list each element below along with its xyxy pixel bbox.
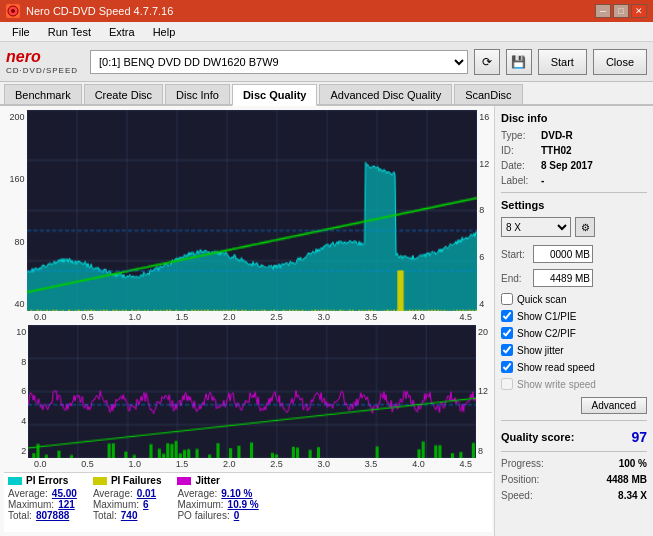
- chart-area: 2001608040 1612864 0.00.51.01.52.02.53.0…: [0, 106, 495, 536]
- speed-select[interactable]: 8 X: [501, 217, 571, 237]
- settings-icon-button[interactable]: ⚙: [575, 217, 595, 237]
- disc-info-title: Disc info: [501, 112, 647, 124]
- pi-failures-label: PI Failures: [111, 475, 162, 486]
- menu-extra[interactable]: Extra: [101, 24, 143, 40]
- legend-pi-errors: PI Errors Average: 45.00 Maximum: 121 To…: [8, 475, 77, 521]
- pi-errors-total: Total: 807888: [8, 510, 77, 521]
- chart-top-y-right: 1612864: [477, 110, 492, 311]
- show-write-speed-row: Show write speed: [501, 378, 647, 390]
- chart-top-x-labels: 0.00.51.01.52.02.53.03.54.04.5: [4, 311, 492, 323]
- advanced-button[interactable]: Advanced: [581, 397, 647, 414]
- show-c2pif-row: Show C2/PIF: [501, 327, 647, 339]
- quality-score-value: 97: [631, 429, 647, 445]
- quality-score-label: Quality score:: [501, 431, 574, 443]
- chart-top-y-left: 2001608040: [4, 110, 27, 311]
- disc-id-value: TTH02: [541, 145, 572, 156]
- divider-2: [501, 420, 647, 421]
- show-read-speed-label: Show read speed: [517, 362, 595, 373]
- disc-type-value: DVD-R: [541, 130, 573, 141]
- show-read-speed-checkbox[interactable]: [501, 361, 513, 373]
- pi-failures-maximum: Maximum: 6: [93, 499, 162, 510]
- show-c1pie-label: Show C1/PIE: [517, 311, 576, 322]
- pi-errors-average: Average: 45.00: [8, 488, 77, 499]
- legend-pi-failures: PI Failures Average: 0.01 Maximum: 6 Tot…: [93, 475, 162, 521]
- show-c1pie-row: Show C1/PIE: [501, 310, 647, 322]
- chart-top-canvas: [27, 110, 478, 311]
- settings-speed-row: 8 X ⚙: [501, 217, 647, 237]
- legend-jitter: Jitter Average: 9.10 % Maximum: 10.9 % P…: [177, 475, 258, 521]
- show-write-speed-label: Show write speed: [517, 379, 596, 390]
- end-mb-label: End:: [501, 273, 529, 284]
- position-row: Position: 4488 MB: [501, 474, 647, 485]
- tab-bar: Benchmark Create Disc Disc Info Disc Qua…: [0, 82, 653, 106]
- toolbar: nero CD·DVD/SPEED [0:1] BENQ DVD DD DW16…: [0, 42, 653, 82]
- menu-help[interactable]: Help: [145, 24, 184, 40]
- tab-disc-info[interactable]: Disc Info: [165, 84, 230, 104]
- svg-point-1: [11, 9, 15, 13]
- save-button[interactable]: 💾: [506, 49, 532, 75]
- progress-row: Progress: 100 %: [501, 458, 647, 469]
- menu-file[interactable]: File: [4, 24, 38, 40]
- chart-bottom-x-labels: 0.00.51.01.52.02.53.03.54.04.5: [4, 458, 492, 470]
- minimize-button[interactable]: ─: [595, 4, 611, 18]
- speed-value: 8.34 X: [618, 490, 647, 501]
- start-mb-input[interactable]: 0000 MB: [533, 245, 593, 263]
- disc-date-label: Date:: [501, 160, 537, 171]
- app-title: Nero CD-DVD Speed 4.7.7.16: [26, 5, 173, 17]
- end-mb-input[interactable]: [533, 269, 593, 287]
- show-write-speed-checkbox[interactable]: [501, 378, 513, 390]
- pi-errors-maximum: Maximum: 121: [8, 499, 77, 510]
- start-mb-label: Start:: [501, 249, 529, 260]
- jitter-color: [177, 477, 191, 485]
- start-button[interactable]: Start: [538, 49, 587, 75]
- chart-bottom-canvas: [28, 325, 476, 458]
- show-c2pif-checkbox[interactable]: [501, 327, 513, 339]
- speed-label: Speed:: [501, 490, 533, 501]
- disc-type-label: Type:: [501, 130, 537, 141]
- start-mb-row: Start: 0000 MB: [501, 245, 647, 263]
- show-c2pif-label: Show C2/PIF: [517, 328, 576, 339]
- disc-label-value: -: [541, 175, 544, 186]
- legend-area: PI Errors Average: 45.00 Maximum: 121 To…: [4, 472, 492, 532]
- quick-scan-label: Quick scan: [517, 294, 566, 305]
- progress-label: Progress:: [501, 458, 544, 469]
- quick-scan-checkbox[interactable]: [501, 293, 513, 305]
- quality-score-row: Quality score: 97: [501, 429, 647, 445]
- drive-select[interactable]: [0:1] BENQ DVD DD DW1620 B7W9: [90, 50, 468, 74]
- disc-label-row: Label: -: [501, 175, 647, 186]
- progress-value: 100 %: [619, 458, 647, 469]
- tab-disc-quality[interactable]: Disc Quality: [232, 84, 318, 106]
- show-jitter-checkbox[interactable]: [501, 344, 513, 356]
- tab-scan-disc[interactable]: ScanDisc: [454, 84, 522, 104]
- close-toolbar-button[interactable]: Close: [593, 49, 647, 75]
- tab-advanced-disc-quality[interactable]: Advanced Disc Quality: [319, 84, 452, 104]
- close-button[interactable]: ✕: [631, 4, 647, 18]
- main-content: 2001608040 1612864 0.00.51.01.52.02.53.0…: [0, 106, 653, 536]
- position-value: 4488 MB: [606, 474, 647, 485]
- settings-title: Settings: [501, 199, 647, 211]
- jitter-po-failures: PO failures: 0: [177, 510, 258, 521]
- show-c1pie-checkbox[interactable]: [501, 310, 513, 322]
- disc-type-row: Type: DVD-R: [501, 130, 647, 141]
- chart-bottom-y-right: 20128: [476, 325, 492, 458]
- show-jitter-row: Show jitter: [501, 344, 647, 356]
- quick-scan-row: Quick scan: [501, 293, 647, 305]
- disc-date-row: Date: 8 Sep 2017: [501, 160, 647, 171]
- disc-id-label: ID:: [501, 145, 537, 156]
- tab-create-disc[interactable]: Create Disc: [84, 84, 163, 104]
- tab-benchmark[interactable]: Benchmark: [4, 84, 82, 104]
- disc-id-row: ID: TTH02: [501, 145, 647, 156]
- show-jitter-label: Show jitter: [517, 345, 564, 356]
- refresh-button[interactable]: ⟳: [474, 49, 500, 75]
- pi-errors-color: [8, 477, 22, 485]
- right-panel: Disc info Type: DVD-R ID: TTH02 Date: 8 …: [495, 106, 653, 536]
- disc-label-label: Label:: [501, 175, 537, 186]
- show-read-speed-row: Show read speed: [501, 361, 647, 373]
- logo: nero CD·DVD/SPEED: [6, 48, 78, 75]
- pi-failures-total: Total: 740: [93, 510, 162, 521]
- jitter-average: Average: 9.10 %: [177, 488, 258, 499]
- maximize-button[interactable]: □: [613, 4, 629, 18]
- disc-date-value: 8 Sep 2017: [541, 160, 593, 171]
- menu-run-test[interactable]: Run Test: [40, 24, 99, 40]
- pi-errors-label: PI Errors: [26, 475, 68, 486]
